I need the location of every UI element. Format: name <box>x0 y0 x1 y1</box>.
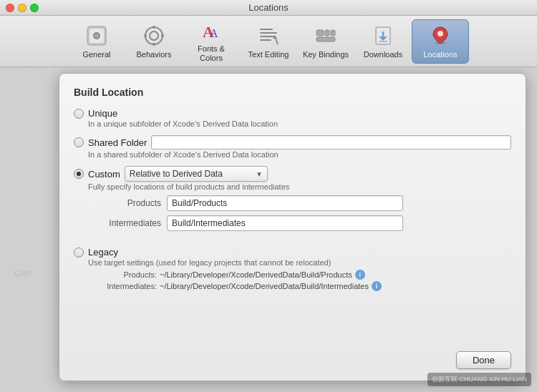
general-icon <box>84 23 110 49</box>
legacy-intermediates-info-icon[interactable]: i <box>372 281 382 291</box>
svg-point-8 <box>144 34 147 37</box>
svg-rect-21 <box>316 37 335 41</box>
legacy-intermediates-row: Intermediates: ~/Library/Developer/Xcode… <box>88 281 511 291</box>
svg-rect-15 <box>260 39 271 41</box>
intermediates-field-label: Intermediates <box>81 218 167 228</box>
legacy-products-info-icon[interactable]: i <box>355 270 365 280</box>
legacy-intermediates-value: ~/Library/Developer/Xcode/DerivedData/Bu… <box>160 282 369 290</box>
intermediates-row: Intermediates <box>81 215 511 231</box>
window-title: Locations <box>248 2 289 13</box>
svg-rect-18 <box>316 30 324 36</box>
svg-rect-12 <box>260 29 273 30</box>
toolbar-label-fonts-colors: Fonts & Colors <box>185 44 237 62</box>
toolbar: General Behaviors A A <box>0 16 537 67</box>
toolbar-label-locations: Locations <box>423 50 457 59</box>
fonts-colors-icon: A A <box>198 20 224 43</box>
toolbar-label-general: General <box>82 50 110 59</box>
watermark: 创新互联 CHUANG XIN HU LIAN <box>427 373 531 386</box>
key-bindings-icon <box>313 23 339 49</box>
toolbar-item-key-bindings[interactable]: Key Bindings <box>297 19 354 64</box>
legacy-sublabel: Use target settings (used for legacy pro… <box>88 258 511 267</box>
toolbar-item-downloads[interactable]: Downloads <box>354 19 412 64</box>
custom-label: Custom <box>88 169 120 180</box>
title-bar: Locations <box>0 0 537 16</box>
toolbar-item-fonts-colors[interactable]: A A Fonts & Colors <box>183 19 240 64</box>
custom-dropdown-text: Relative to Derived Data <box>130 169 253 179</box>
toolbar-label-text-editing: Text Editing <box>248 50 289 59</box>
svg-point-4 <box>145 27 163 44</box>
custom-sublabel: Fully specify locations of build product… <box>88 182 511 191</box>
shared-folder-radio[interactable] <box>74 137 84 147</box>
unique-radio[interactable] <box>74 109 84 119</box>
unique-sublabel: In a unique subfolder of Xcode's Derived… <box>88 119 511 128</box>
custom-option: Custom Relative to Derived Data ▼ Fully … <box>74 166 511 235</box>
shared-folder-option: Shared Folder In a shared subfolder of X… <box>74 135 511 159</box>
maximize-button[interactable] <box>30 4 39 12</box>
svg-point-9 <box>161 34 164 37</box>
section-title: Build Location <box>74 87 511 98</box>
legacy-label: Legacy <box>88 247 118 258</box>
products-input[interactable] <box>167 195 403 211</box>
legacy-radio[interactable] <box>74 248 84 258</box>
content-area: Source Trees Advanced Con Build Location… <box>0 67 537 392</box>
locations-icon <box>427 23 453 49</box>
svg-rect-13 <box>260 32 277 34</box>
legacy-option: Legacy Use target settings (used for leg… <box>74 247 511 293</box>
toolbar-label-key-bindings: Key Bindings <box>303 50 349 59</box>
traffic-lights <box>6 4 39 12</box>
shared-folder-label: Shared Folder <box>88 137 147 148</box>
done-row: Done <box>74 344 511 369</box>
close-button[interactable] <box>6 4 14 12</box>
custom-radio[interactable] <box>74 169 84 179</box>
done-button[interactable]: Done <box>456 351 511 369</box>
field-rows: Products Intermediates <box>81 195 511 235</box>
modal-panel: Build Location Unique In a unique subfol… <box>59 73 526 381</box>
legacy-paths: Products: ~/Library/Developer/Xcode/Deri… <box>88 270 511 293</box>
downloads-icon <box>370 23 396 49</box>
custom-dropdown[interactable]: Relative to Derived Data ▼ <box>125 166 268 182</box>
svg-text:A: A <box>210 27 218 39</box>
svg-line-16 <box>276 39 278 44</box>
unique-label: Unique <box>88 108 117 119</box>
intermediates-input[interactable] <box>167 215 403 231</box>
toolbar-item-text-editing[interactable]: Text Editing <box>240 19 297 64</box>
legacy-products-key: Products: <box>88 270 160 279</box>
behaviors-icon <box>141 23 167 49</box>
shared-folder-sublabel: In a shared subfolder of Xcode's Derived… <box>88 150 511 159</box>
svg-point-5 <box>150 31 158 40</box>
con-label: Con <box>14 268 32 278</box>
shared-folder-input[interactable] <box>151 135 511 150</box>
products-row: Products <box>81 195 511 211</box>
toolbar-label-downloads: Downloads <box>364 50 402 59</box>
toolbar-item-general[interactable]: General <box>68 19 125 64</box>
minimize-button[interactable] <box>18 4 26 12</box>
chevron-down-icon: ▼ <box>256 170 263 178</box>
svg-point-3 <box>95 34 99 38</box>
legacy-products-row: Products: ~/Library/Developer/Xcode/Deri… <box>88 270 511 280</box>
window: Locations General <box>0 0 537 392</box>
legacy-intermediates-key: Intermediates: <box>88 282 160 290</box>
svg-point-6 <box>153 26 155 29</box>
products-field-label: Products <box>81 198 167 208</box>
svg-point-27 <box>437 31 443 36</box>
svg-rect-19 <box>325 30 329 36</box>
toolbar-label-behaviors: Behaviors <box>137 50 172 59</box>
svg-rect-20 <box>331 30 335 36</box>
unique-option: Unique In a unique subfolder of Xcode's … <box>74 108 511 128</box>
svg-rect-14 <box>260 36 274 37</box>
text-editing-icon <box>256 23 281 49</box>
toolbar-item-locations[interactable]: Locations <box>412 19 469 64</box>
svg-point-7 <box>153 43 155 46</box>
toolbar-item-behaviors[interactable]: Behaviors <box>125 19 183 64</box>
radio-group: Unique In a unique subfolder of Xcode's … <box>74 108 511 300</box>
legacy-products-value: ~/Library/Developer/Xcode/DerivedData/Bu… <box>160 270 352 279</box>
